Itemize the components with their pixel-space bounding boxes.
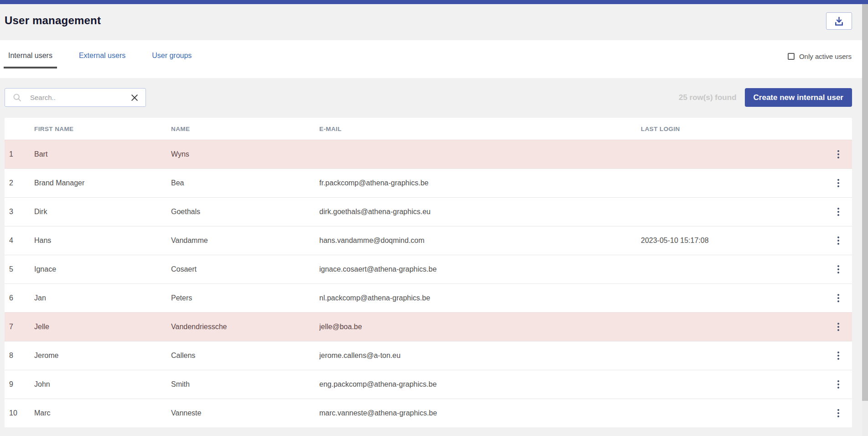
tab-bar: Internal users External users User group…	[4, 52, 196, 68]
header-last-login: LAST LOGIN	[641, 126, 825, 132]
close-icon	[130, 93, 139, 102]
table-row[interactable]: 7 Jelle Vandendriessche jelle@boa.be	[5, 312, 852, 341]
cell-first-name: John	[34, 380, 171, 389]
row-actions-menu-button[interactable]	[834, 234, 843, 247]
cell-email: jerome.callens@a-ton.eu	[319, 352, 641, 360]
only-active-checkbox[interactable]	[788, 53, 795, 60]
users-table: FIRST NAME NAME E-MAIL LAST LOGIN 1 Bart…	[5, 118, 852, 427]
header-email: E-MAIL	[319, 126, 641, 132]
table-row[interactable]: 2 Brand Manager Bea fr.packcomp@athena-g…	[5, 168, 852, 197]
row-number: 2	[9, 179, 34, 187]
table-row[interactable]: 6 Jan Peters nl.packcomp@athena-graphics…	[5, 284, 852, 312]
row-number: 5	[9, 265, 34, 273]
table-header-row: FIRST NAME NAME E-MAIL LAST LOGIN	[5, 118, 852, 140]
kebab-icon	[837, 179, 839, 181]
cell-email: fr.packcomp@athena-graphics.be	[319, 179, 641, 187]
tab-user-groups[interactable]: User groups	[147, 52, 196, 68]
cell-first-name: Jelle	[34, 323, 171, 331]
header-name: NAME	[171, 126, 319, 132]
row-number: 4	[9, 236, 34, 245]
row-actions-menu-button[interactable]	[834, 349, 843, 362]
cell-first-name: Hans	[34, 236, 171, 245]
kebab-icon	[837, 236, 839, 238]
row-actions-menu-button[interactable]	[834, 320, 843, 334]
cell-email: eng.packcomp@athena-graphics.be	[319, 380, 641, 389]
search-icon	[12, 93, 22, 102]
row-number: 1	[9, 150, 34, 158]
cell-name: Callens	[171, 352, 319, 360]
table-row[interactable]: 5 Ignace Cosaert ignace.cosaert@athena-g…	[5, 255, 852, 284]
cell-name: Goethals	[171, 208, 319, 216]
cell-email: hans.vandamme@doqmind.com	[319, 236, 641, 245]
row-number: 8	[9, 352, 34, 360]
kebab-icon	[837, 409, 839, 411]
table-row[interactable]: 10 Marc Vanneste marc.vanneste@athena-gr…	[5, 399, 852, 427]
kebab-icon	[837, 265, 839, 267]
row-number: 9	[9, 380, 34, 389]
row-number: 10	[9, 409, 34, 417]
row-actions-menu-button[interactable]	[834, 205, 843, 219]
cell-email: ignace.cosaert@athena-graphics.be	[319, 265, 641, 273]
cell-first-name: Jerome	[34, 352, 171, 360]
header-first-name: FIRST NAME	[34, 126, 171, 132]
create-new-internal-user-button[interactable]: Create new internal user	[745, 88, 852, 107]
kebab-icon	[837, 150, 839, 152]
cell-name: Smith	[171, 380, 319, 389]
row-actions-menu-button[interactable]	[834, 291, 843, 305]
kebab-icon	[837, 208, 839, 210]
cell-name: Bea	[171, 179, 319, 187]
table-row[interactable]: 8 Jerome Callens jerome.callens@a-ton.eu	[5, 341, 852, 370]
kebab-icon	[837, 380, 839, 382]
cell-email: nl.packcomp@athena-graphics.be	[319, 294, 641, 302]
table-row[interactable]: 4 Hans Vandamme hans.vandamme@doqmind.co…	[5, 226, 852, 255]
tab-external-users[interactable]: External users	[74, 52, 130, 68]
page-title: User management	[5, 14, 101, 27]
download-icon	[834, 16, 844, 26]
only-active-users-toggle[interactable]: Only active users	[788, 53, 852, 60]
cell-name: Cosaert	[171, 265, 319, 273]
rows-found-count: 25 row(s) found	[679, 93, 737, 102]
cell-first-name: Dirk	[34, 208, 171, 216]
cell-name: Vandamme	[171, 236, 319, 245]
row-actions-menu-button[interactable]	[834, 378, 843, 391]
scrollbar-thumb[interactable]	[862, 4, 868, 401]
cell-name: Peters	[171, 294, 319, 302]
cell-first-name: Marc	[34, 409, 171, 417]
row-actions-menu-button[interactable]	[834, 406, 843, 420]
kebab-icon	[837, 352, 839, 353]
row-actions-menu-button[interactable]	[834, 176, 843, 190]
cell-first-name: Bart	[34, 150, 171, 158]
download-button[interactable]	[826, 12, 852, 30]
cell-first-name: Jan	[34, 294, 171, 302]
row-actions-menu-button[interactable]	[834, 147, 843, 161]
cell-first-name: Ignace	[34, 265, 171, 273]
table-body: 1 Bart Wyns 2 Brand Manager Bea fr.packc…	[5, 140, 852, 427]
row-number: 7	[9, 323, 34, 331]
cell-last-login: 2023-05-10 15:17:08	[641, 236, 825, 245]
search-box[interactable]	[5, 88, 146, 107]
cell-email: jelle@boa.be	[319, 323, 641, 331]
row-number: 6	[9, 294, 34, 302]
clear-search-button[interactable]	[129, 92, 140, 103]
cell-first-name: Brand Manager	[34, 179, 171, 187]
table-row[interactable]: 1 Bart Wyns	[5, 140, 852, 168]
app-top-accent-bar	[0, 0, 868, 4]
tabs-band: Internal users External users User group…	[0, 40, 868, 78]
tab-internal-users[interactable]: Internal users	[4, 52, 57, 68]
search-input[interactable]	[29, 93, 129, 102]
table-row[interactable]: 9 John Smith eng.packcomp@athena-graphic…	[5, 370, 852, 399]
cell-email: dirk.goethals@athena-graphics.eu	[319, 208, 641, 216]
only-active-label: Only active users	[799, 53, 852, 60]
cell-name: Wyns	[171, 150, 319, 158]
cell-name: Vandendriessche	[171, 323, 319, 331]
row-actions-menu-button[interactable]	[834, 263, 843, 276]
kebab-icon	[837, 294, 839, 296]
table-row[interactable]: 3 Dirk Goethals dirk.goethals@athena-gra…	[5, 197, 852, 226]
cell-email: marc.vanneste@athena-graphics.be	[319, 409, 641, 417]
cell-name: Vanneste	[171, 409, 319, 417]
table-toolbar: 25 row(s) found Create new internal user	[5, 88, 852, 107]
row-number: 3	[9, 208, 34, 216]
kebab-icon	[837, 323, 839, 325]
vertical-scrollbar[interactable]	[862, 4, 868, 436]
